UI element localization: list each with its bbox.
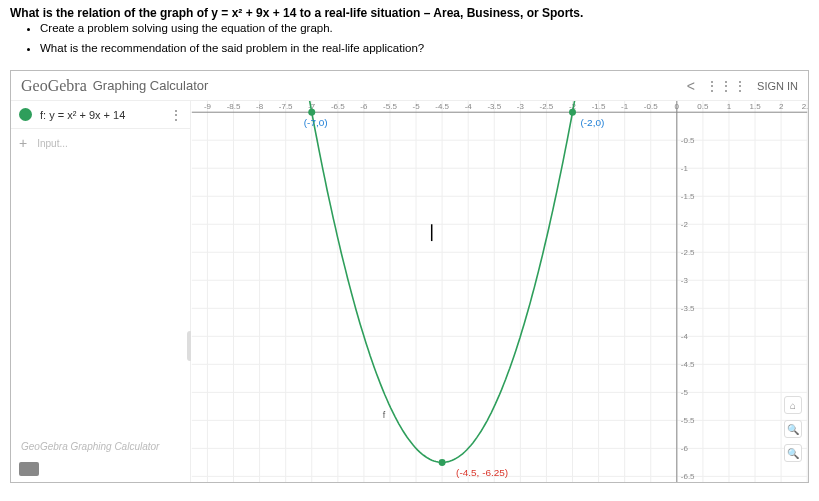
svg-text:2: 2 xyxy=(779,102,784,111)
svg-text:-3.5: -3.5 xyxy=(487,102,501,111)
svg-point-78 xyxy=(439,459,446,466)
svg-text:-6: -6 xyxy=(360,102,368,111)
signin-button[interactable]: SIGN IN xyxy=(757,80,798,92)
svg-text:-0.5: -0.5 xyxy=(681,136,695,145)
function-visibility-toggle[interactable] xyxy=(19,108,32,121)
graph-svg: -9-8.5-8-7.5-7-6.5-6-5.5-5-4.5-4-3.5-3-2… xyxy=(191,101,808,482)
svg-text:-3.5: -3.5 xyxy=(681,304,695,313)
svg-point-76 xyxy=(308,109,315,116)
svg-text:(-4.5, -6.25): (-4.5, -6.25) xyxy=(456,467,508,478)
graph-canvas[interactable]: -9-8.5-8-7.5-7-6.5-6-5.5-5-4.5-4-3.5-3-2… xyxy=(191,101,808,482)
keyboard-toggle-icon[interactable] xyxy=(19,462,39,476)
svg-text:-3: -3 xyxy=(681,276,689,285)
app-brand: GeoGebra xyxy=(21,77,87,95)
bullet-1: Create a problem solving using the equat… xyxy=(40,22,809,34)
sidebar-footer: GeoGebra Graphing Calculator xyxy=(21,441,159,452)
svg-text:1.5: 1.5 xyxy=(750,102,762,111)
svg-text:-5.5: -5.5 xyxy=(383,102,397,111)
home-view-button[interactable]: ⌂ xyxy=(784,396,802,414)
input-field[interactable]: Input... xyxy=(37,138,68,149)
svg-text:2.5: 2.5 xyxy=(802,102,808,111)
svg-text:-7.5: -7.5 xyxy=(279,102,293,111)
svg-text:-5: -5 xyxy=(413,102,421,111)
geogebra-app: GeoGebra Graphing Calculator < ⋮⋮⋮ SIGN … xyxy=(10,70,809,483)
question-title: What is the relation of the graph of y =… xyxy=(10,6,809,20)
svg-text:1: 1 xyxy=(727,102,732,111)
svg-text:-1: -1 xyxy=(681,164,689,173)
svg-text:-8: -8 xyxy=(256,102,264,111)
app-subtitle: Graphing Calculator xyxy=(93,78,209,93)
svg-text:-2: -2 xyxy=(681,220,689,229)
input-row[interactable]: + Input... xyxy=(11,129,190,157)
svg-text:-3: -3 xyxy=(517,102,525,111)
menu-grid-icon[interactable]: ⋮⋮⋮ xyxy=(705,78,747,94)
svg-text:-1.5: -1.5 xyxy=(592,102,606,111)
svg-text:-6: -6 xyxy=(681,444,689,453)
svg-text:-4.5: -4.5 xyxy=(435,102,449,111)
zoom-in-button[interactable]: 🔍 xyxy=(784,420,802,438)
svg-text:-6.5: -6.5 xyxy=(681,472,695,481)
svg-text:(-7,0): (-7,0) xyxy=(304,117,328,128)
function-label: f: y = x² + 9x + 14 xyxy=(40,109,169,121)
svg-text:-4.5: -4.5 xyxy=(681,360,695,369)
algebra-sidebar: f: y = x² + 9x + 14 ⋮ + Input... xyxy=(11,101,191,482)
svg-text:-2.5: -2.5 xyxy=(681,248,695,257)
svg-text:-8.5: -8.5 xyxy=(227,102,241,111)
svg-text:(-2,0): (-2,0) xyxy=(580,117,604,128)
svg-text:-9: -9 xyxy=(204,102,212,111)
function-menu-icon[interactable]: ⋮ xyxy=(169,107,182,123)
svg-text:-1.5: -1.5 xyxy=(681,192,695,201)
svg-text:f: f xyxy=(383,410,386,420)
svg-point-77 xyxy=(569,109,576,116)
svg-text:-5.5: -5.5 xyxy=(681,416,695,425)
svg-text:0.5: 0.5 xyxy=(697,102,709,111)
zoom-out-button[interactable]: 🔍 xyxy=(784,444,802,462)
svg-text:-5: -5 xyxy=(681,388,689,397)
svg-text:-6.5: -6.5 xyxy=(331,102,345,111)
svg-text:-2.5: -2.5 xyxy=(540,102,554,111)
svg-text:-4: -4 xyxy=(465,102,473,111)
app-header: GeoGebra Graphing Calculator < ⋮⋮⋮ SIGN … xyxy=(11,71,808,101)
svg-text:-1: -1 xyxy=(621,102,629,111)
share-icon[interactable]: < xyxy=(687,78,695,94)
add-icon: + xyxy=(19,135,27,151)
svg-text:-0.5: -0.5 xyxy=(644,102,658,111)
svg-text:-4: -4 xyxy=(681,332,689,341)
bullet-2: What is the recommendation of the said p… xyxy=(40,42,809,54)
function-row[interactable]: f: y = x² + 9x + 14 ⋮ xyxy=(11,101,190,129)
